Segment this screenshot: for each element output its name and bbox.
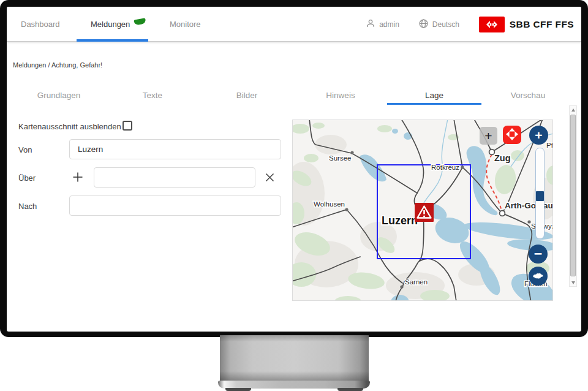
map-label-sursee: Sursee: [329, 154, 351, 162]
nav-item-monitore[interactable]: Monitore: [170, 7, 201, 42]
tab-vorschau[interactable]: Vorschau: [511, 91, 545, 100]
language-menu[interactable]: Deutsch: [419, 19, 459, 30]
map-basemap: Sursee Rotkreuz Zug Wolhusen Luzern Arth…: [293, 120, 553, 301]
switzerland-icon: [532, 269, 545, 284]
zoom-slider-handle[interactable]: [536, 191, 544, 201]
user-menu[interactable]: admin: [366, 19, 399, 29]
active-tab-underline: [387, 103, 481, 105]
hide-map-checkbox[interactable]: [123, 121, 132, 131]
map-label-sarnen: Sarnen: [405, 278, 428, 286]
scroll-up-arrow[interactable]: [570, 106, 576, 113]
active-nav-underline: [77, 39, 148, 42]
tab-bilder[interactable]: Bilder: [236, 91, 258, 100]
map-move-button[interactable]: [503, 126, 521, 144]
page: Dashboard Meldungen Monitore admin: [0, 0, 588, 391]
map-label-zug: Zug: [494, 153, 511, 163]
map-label-arth-goldau: Arth-Goldau: [505, 201, 553, 210]
ueber-input[interactable]: [94, 167, 255, 188]
tab-lage[interactable]: Lage: [425, 91, 443, 100]
brand-text: SBB CFF FFS: [510, 19, 574, 30]
zoom-out-button[interactable]: −: [529, 245, 548, 264]
add-via-button[interactable]: [72, 171, 84, 183]
nav-item-dashboard[interactable]: Dashboard: [21, 7, 60, 42]
home-extent-button[interactable]: [529, 267, 548, 286]
nach-label: Nach: [18, 202, 37, 211]
zoom-in-button[interactable]: +: [529, 126, 548, 145]
von-input[interactable]: [69, 139, 281, 159]
scroll-down-arrow[interactable]: [570, 279, 576, 286]
map-canvas[interactable]: Sursee Rotkreuz Zug Wolhusen Luzern Arth…: [292, 120, 553, 301]
map-label-pf: Pf: [546, 142, 553, 149]
tab-grundlagen[interactable]: Grundlagen: [37, 91, 81, 100]
user-name: admin: [379, 20, 399, 29]
map-layer-button[interactable]: +: [480, 127, 497, 145]
hide-map-label: Kartenausschnitt ausblenden: [18, 122, 121, 131]
plus-icon: [72, 176, 84, 185]
map-label-rotkreuz: Rotkreuz: [431, 164, 459, 171]
monitor-bezel: Dashboard Meldungen Monitore admin: [0, 0, 588, 337]
globe-icon: [419, 19, 428, 30]
map-label-luzern: Luzern: [382, 214, 418, 227]
clear-via-button[interactable]: [265, 172, 275, 183]
monitor-stand: [220, 335, 369, 381]
nach-input[interactable]: [69, 196, 281, 216]
map-label-wolhusen: Wolhusen: [314, 200, 345, 208]
scrollbar[interactable]: [569, 105, 577, 287]
breadcrumb: Meldungen / Achtung, Gefahr!: [13, 61, 102, 69]
monitor-foot-left: [225, 388, 251, 391]
move-arrows-icon: [505, 127, 519, 143]
tab-texte[interactable]: Texte: [143, 91, 162, 100]
header-right: admin Deutsch: [366, 7, 574, 42]
user-icon: [366, 19, 375, 29]
language-label: Deutsch: [432, 20, 459, 29]
ueber-label: Über: [18, 173, 36, 183]
scrollbar-thumb[interactable]: [570, 115, 576, 276]
zoom-slider[interactable]: [535, 148, 545, 239]
sbb-flag-icon: [479, 17, 505, 32]
screen: Dashboard Meldungen Monitore admin: [7, 7, 581, 332]
monitor-foot-right: [337, 388, 363, 391]
tab-hinweis[interactable]: Hinweis: [326, 91, 355, 100]
notification-badge-icon: [134, 18, 146, 25]
sbb-logo: SBB CFF FFS: [479, 17, 574, 32]
close-icon: [265, 175, 275, 184]
von-label: Von: [18, 145, 32, 154]
nav-item-meldungen[interactable]: Meldungen: [91, 7, 130, 42]
warning-marker-icon[interactable]: [415, 203, 434, 222]
header: Dashboard Meldungen Monitore admin: [7, 7, 581, 42]
